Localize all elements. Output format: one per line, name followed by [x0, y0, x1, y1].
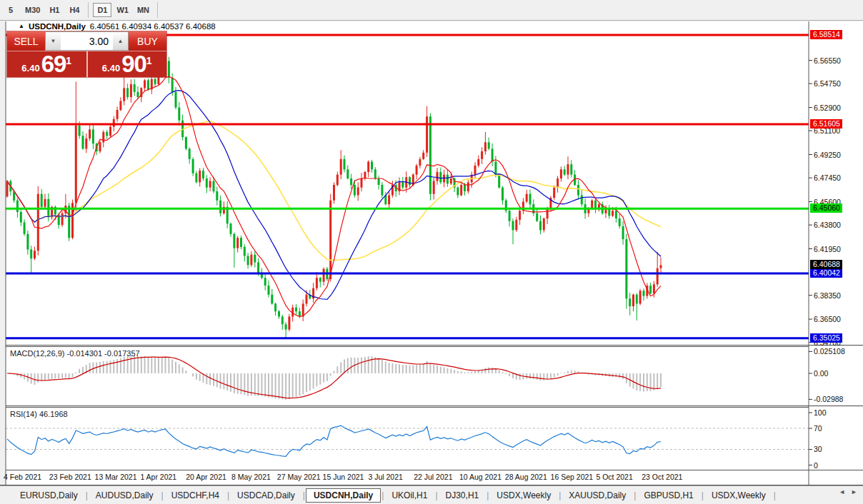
chart-ohlc-values: 6.40561 6.40934 6.40537 6.40688 — [90, 22, 216, 31]
chart-tab-audusd[interactable]: AUDUSD,Daily — [89, 488, 161, 503]
axis-tick-label: 6.49250 — [814, 151, 841, 159]
axis-tick-label: 6.43800 — [814, 221, 841, 229]
axis-tick-label: 6.56550 — [814, 56, 841, 65]
axis-tick-label: 100 — [814, 408, 827, 417]
axis-tick-label: 6.47450 — [814, 173, 841, 182]
chart-tab-usdchf[interactable]: USDCHF,H4 — [164, 488, 226, 503]
chart-tabs-bar: EURUSD,Daily|AUDUSD,Daily|USDCHF,H4|USDC… — [0, 485, 863, 504]
chart-tab-eurusd[interactable]: EURUSD,Daily — [13, 488, 85, 503]
date-axis-label: 8 May 2021 — [231, 473, 271, 481]
collapse-panel-icon[interactable]: ▲ — [19, 23, 24, 29]
price-level-badge: 6.35025 — [810, 333, 842, 343]
tab-separator: | — [702, 490, 704, 500]
buy-price-quote[interactable]: 6.40 90 1 — [88, 51, 167, 77]
date-axis-label: 20 Apr 2021 — [186, 473, 226, 481]
buy-button[interactable]: BUY — [129, 31, 166, 51]
date-axis-label: 10 Aug 2021 — [459, 473, 502, 481]
tab-separator: | — [435, 490, 437, 500]
date-axis-label: 23 Feb 2021 — [49, 473, 91, 481]
axis-tick-label: 0 — [814, 461, 818, 470]
sell-price-pip: 1 — [66, 56, 71, 66]
chart-tab-usdcnh[interactable]: USDCNH,Daily — [306, 488, 381, 503]
tab-separator: | — [634, 490, 636, 500]
date-axis-label: 22 Jul 2021 — [414, 473, 452, 481]
chart-tab-usdcad[interactable]: USDCAD,Daily — [230, 488, 302, 503]
chart-tab-ukoil[interactable]: UKOil,H1 — [384, 488, 434, 503]
tab-separator: | — [161, 490, 164, 500]
rsi-indicator-label: RSI(14) 46.1968 — [10, 410, 68, 418]
chart-tab-usdx[interactable]: USDX,Weekly — [489, 488, 558, 503]
date-axis-label: 15 Jun 2021 — [323, 473, 364, 481]
tab-scroll-left-icon[interactable]: ◄ — [839, 488, 845, 495]
chart-title: ▲ USDCNH,Daily 6.40561 6.40934 6.40537 6… — [19, 22, 216, 31]
volume-increase-icon[interactable]: ▲ — [113, 32, 128, 50]
price-level-badge: 6.40042 — [810, 268, 842, 278]
sell-button[interactable]: SELL — [7, 31, 45, 51]
axis-tick-label: 30 — [814, 445, 822, 453]
date-axis-label: 23 Oct 2021 — [642, 473, 682, 481]
volume-decrease-icon[interactable]: ▼ — [46, 32, 61, 50]
sell-price-prefix: 6.40 — [21, 64, 39, 76]
axis-tick-label: 6.36500 — [814, 315, 841, 323]
buy-price-prefix: 6.40 — [102, 64, 120, 76]
tab-separator: | — [381, 490, 384, 500]
date-axis-label: 3 Jul 2021 — [368, 473, 402, 481]
date-axis-label: 16 Sep 2021 — [551, 473, 594, 481]
date-axis-label: 5 Oct 2021 — [596, 473, 632, 481]
axis-tick-label: 6.38350 — [814, 291, 841, 300]
tab-separator: | — [227, 490, 229, 500]
tab-scroll-controls: ◄ ► — [839, 488, 857, 495]
buy-price-main: 90 — [121, 52, 146, 76]
trading-platform-window: 5M30H1H4D1W1MN ▲ USDCNH,Daily 6.40561 6.… — [0, 0, 863, 504]
tab-separator: | — [487, 490, 489, 500]
price-level-badge: 6.51605 — [810, 119, 842, 128]
chart-tab-dj30[interactable]: DJ30,H1 — [439, 488, 487, 503]
volume-spinner: ▼ ▲ — [45, 31, 129, 51]
axis-tick-label: 6.41950 — [814, 245, 841, 253]
date-axis-label: 4 Feb 2021 — [4, 473, 41, 481]
date-axis-label: 1 Apr 2021 — [140, 473, 176, 481]
axis-tick-label: 0.00 — [814, 369, 828, 378]
axis-tick-label: 6.54750 — [814, 79, 841, 88]
date-axis-label: 13 Mar 2021 — [95, 473, 137, 481]
current-price-badge: 6.40688 — [810, 260, 842, 269]
axis-tick-label: 0.025108 — [814, 347, 845, 356]
buy-price-pip: 1 — [146, 56, 152, 66]
chart-tab-xauusd[interactable]: XAUUSD,Daily — [562, 488, 633, 503]
date-axis-label: 27 May 2021 — [277, 473, 321, 481]
axis-tick-label: -0.02988 — [814, 395, 843, 403]
sell-price-quote[interactable]: 6.40 69 1 — [7, 51, 86, 77]
tab-separator: | — [559, 490, 561, 500]
chart-tab-gbpusd[interactable]: GBPUSD,H1 — [637, 488, 700, 503]
date-axis-label: 28 Aug 2021 — [505, 473, 547, 481]
tab-separator: | — [774, 490, 776, 500]
macd-indicator-label: MACD(12,26,9) -0.014301 -0.017357 — [10, 349, 140, 358]
price-level-badge: 6.45060 — [810, 203, 842, 213]
one-click-trading-panel: SELL ▼ ▲ BUY 6.40 69 1 6.40 90 1 — [7, 31, 166, 77]
tab-scroll-right-icon[interactable]: ► — [851, 488, 857, 495]
chart-tab-usdx[interactable]: USDX,Weekly — [704, 488, 773, 503]
chart-symbol-label: USDCNH,Daily — [29, 22, 86, 31]
tab-separator: | — [86, 490, 88, 500]
price-level-badge: 6.58514 — [810, 30, 842, 39]
volume-input[interactable] — [61, 32, 113, 50]
tab-separator: | — [303, 490, 305, 500]
axis-tick-label: 6.52900 — [814, 104, 841, 112]
sell-price-main: 69 — [41, 52, 66, 76]
axis-tick-label: 70 — [814, 424, 822, 433]
